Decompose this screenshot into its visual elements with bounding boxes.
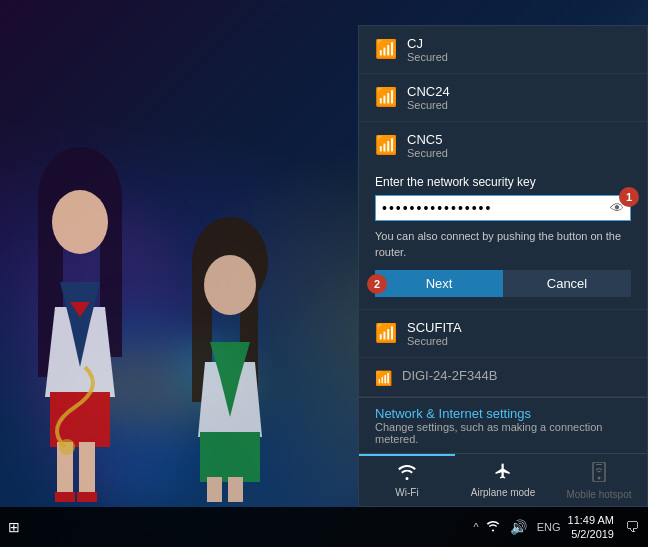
anime-character-right <box>150 207 310 507</box>
svg-rect-22 <box>207 477 222 502</box>
wifi-toggle-icon <box>397 464 417 485</box>
wifi-signal-scufita: 📶 <box>375 322 397 344</box>
mobile-hotspot-icon <box>591 462 607 487</box>
wifi-toggle-label: Wi-Fi <box>395 487 418 498</box>
clock-time: 11:49 AM <box>568 513 614 527</box>
network-icon[interactable] <box>483 519 503 535</box>
network-digi-info: DIGI-24-2F344B <box>402 368 631 383</box>
network-cnc5-header[interactable]: 📶 CNC5 Secured <box>359 122 647 169</box>
wifi-signal-digi: 📶 <box>375 370 392 386</box>
security-key-input-wrap: 👁 <box>375 195 631 221</box>
start-button[interactable]: ⊞ <box>8 519 20 535</box>
wifi-signal-cj: 📶 <box>375 38 397 60</box>
network-settings-section: Network & Internet settings Change setti… <box>359 397 647 453</box>
network-settings-description: Change settings, such as making a connec… <box>375 421 631 445</box>
network-cnc24[interactable]: 📶 CNC24 Secured <box>359 74 647 122</box>
wifi-panel: 📶 CJ Secured 📶 CNC24 Secured 📶 CNC5 Secu… <box>358 25 648 507</box>
network-scufita-name: SCUFITA <box>407 320 631 335</box>
volume-icon[interactable]: 🔊 <box>507 519 530 535</box>
network-scufita[interactable]: 📶 SCUFITA Secured <box>359 310 647 358</box>
network-cnc5-expanded: 📶 CNC5 Secured Enter the network securit… <box>359 122 647 310</box>
svg-rect-23 <box>228 477 243 502</box>
network-cnc5-info: CNC5 Secured <box>407 132 631 159</box>
network-cj[interactable]: 📶 CJ Secured <box>359 26 647 74</box>
network-cnc5-name: CNC5 <box>407 132 631 147</box>
network-digi[interactable]: 📶 DIGI-24-2F344B <box>359 358 647 397</box>
connection-hint: You can also connect by pushing the butt… <box>375 229 631 260</box>
network-digi-name: DIGI-24-2F344B <box>402 368 631 383</box>
network-cnc24-status: Secured <box>407 99 631 111</box>
taskbar-clock[interactable]: 11:49 AM 5/2/2019 <box>568 513 618 542</box>
taskbar: ⊞ ^ 🔊 ENG 11:49 AM 5/2/2019 🗨 <box>0 507 648 547</box>
network-settings-link[interactable]: Network & Internet settings <box>375 406 631 421</box>
network-cnc5-status: Secured <box>407 147 631 159</box>
wifi-toggle[interactable]: Wi-Fi <box>359 454 455 506</box>
step-badge-1: 1 <box>619 187 639 207</box>
next-button[interactable]: Next <box>375 270 503 297</box>
airplane-mode-toggle[interactable]: Airplane mode <box>455 454 551 506</box>
action-buttons: 2 Next Cancel <box>375 270 631 297</box>
clock-date: 5/2/2019 <box>568 527 614 541</box>
taskbar-left: ⊞ <box>0 519 474 535</box>
network-cj-info: CJ Secured <box>407 36 631 63</box>
network-scufita-status: Secured <box>407 335 631 347</box>
security-key-label: Enter the network security key <box>375 175 631 189</box>
network-cnc5-body: Enter the network security key 👁 1 You c… <box>359 169 647 309</box>
svg-point-17 <box>204 255 256 315</box>
network-scufita-info: SCUFITA Secured <box>407 320 631 347</box>
step-badge-2: 2 <box>367 274 387 294</box>
language-indicator[interactable]: ENG <box>534 521 564 533</box>
svg-point-26 <box>598 477 601 480</box>
airplane-mode-icon <box>493 462 513 485</box>
network-cj-status: Secured <box>407 51 631 63</box>
wifi-signal-cnc24: 📶 <box>375 86 397 108</box>
password-input-wrapper: 👁 1 <box>375 195 631 221</box>
hidden-icons-button[interactable]: ^ <box>474 521 479 533</box>
mobile-hotspot-label: Mobile hotspot <box>566 489 631 500</box>
network-cnc24-info: CNC24 Secured <box>407 84 631 111</box>
password-input[interactable] <box>376 196 604 220</box>
mobile-hotspot-toggle[interactable]: Mobile hotspot <box>551 454 647 506</box>
svg-point-3 <box>52 190 108 254</box>
cancel-button[interactable]: Cancel <box>503 270 631 297</box>
svg-rect-11 <box>55 492 75 502</box>
svg-rect-21 <box>200 432 260 482</box>
quick-settings-row: Wi-Fi Airplane mode Mobile hotspot <box>359 453 647 506</box>
notification-button[interactable]: 🗨 <box>622 519 642 535</box>
wifi-signal-cnc5: 📶 <box>375 134 397 156</box>
svg-point-13 <box>59 439 75 455</box>
svg-rect-12 <box>77 492 97 502</box>
network-cnc24-name: CNC24 <box>407 84 631 99</box>
network-cj-name: CJ <box>407 36 631 51</box>
airplane-mode-label: Airplane mode <box>471 487 535 498</box>
taskbar-right: ^ 🔊 ENG 11:49 AM 5/2/2019 🗨 <box>474 513 649 542</box>
svg-rect-25 <box>596 464 602 465</box>
